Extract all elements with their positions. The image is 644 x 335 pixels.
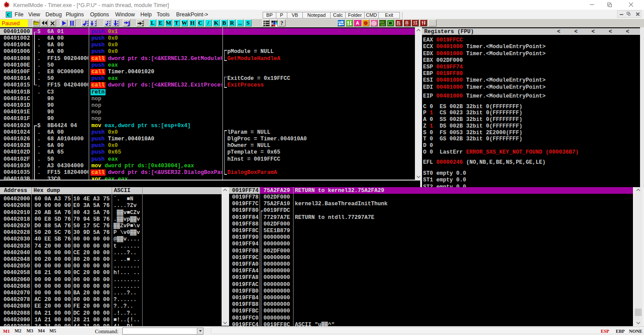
svg-text:101: 101 [380, 23, 385, 26]
